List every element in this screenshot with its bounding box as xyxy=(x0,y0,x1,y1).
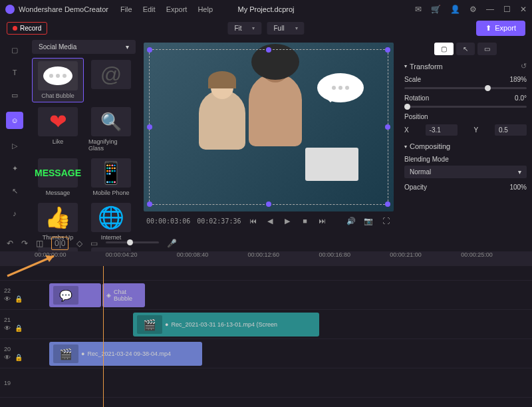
play-button[interactable]: ▶ xyxy=(282,217,293,225)
settings-icon[interactable]: ⚙ xyxy=(469,5,477,14)
timeline-ruler[interactable]: 00:00:00:0000:00:04:2000:00:08:4000:00:1… xyxy=(0,251,532,266)
library-item[interactable]: 🌐Internet xyxy=(86,201,136,243)
visibility-icon[interactable]: 👁 xyxy=(4,295,11,303)
preview-canvas[interactable] xyxy=(144,43,394,211)
volume-button[interactable]: 🔊 xyxy=(346,217,356,225)
cart-icon[interactable]: 🛒 xyxy=(431,5,441,14)
track-header[interactable]: 22👁🔒 xyxy=(0,281,35,309)
fullscreen-button[interactable]: ⛶ xyxy=(380,217,391,225)
menu-edit[interactable]: Edit xyxy=(143,5,156,13)
track-header[interactable]: 21👁🔒 xyxy=(0,310,35,339)
next-button[interactable]: ⏭ xyxy=(317,217,327,225)
total-time: 00:02:37:36 xyxy=(197,217,241,225)
snapshot-button[interactable]: 📷 xyxy=(363,217,374,225)
tab-more[interactable]: ▭ xyxy=(477,43,497,55)
visibility-icon[interactable]: 👁 xyxy=(4,354,11,361)
chat-bubble-overlay[interactable] xyxy=(317,73,364,102)
sidebar-transition-icon[interactable]: ▷ xyxy=(9,140,21,152)
sidebar-media-icon[interactable]: ▢ xyxy=(9,44,21,56)
export-button[interactable]: ⬆ Export xyxy=(476,21,525,36)
selection-box[interactable] xyxy=(149,49,388,205)
marker-button[interactable]: ◇ xyxy=(76,239,82,248)
library-category-dropdown[interactable]: Social Media▾ xyxy=(32,40,136,54)
lock-icon[interactable]: 🔒 xyxy=(15,354,23,361)
window-maximize[interactable]: ☐ xyxy=(503,5,511,14)
mail-icon[interactable]: ✉ xyxy=(415,5,422,14)
sidebar-text-icon[interactable]: T xyxy=(9,67,21,78)
current-time: 00:00:03:06 xyxy=(146,217,190,225)
window-minimize[interactable]: — xyxy=(486,5,494,14)
group-button[interactable]: ▭ xyxy=(90,239,98,248)
position-y-input[interactable]: 0.5 xyxy=(495,124,527,136)
sidebar-audio-icon[interactable]: ♪ xyxy=(9,207,21,219)
library-item[interactable]: Chat Bubble xyxy=(32,58,84,102)
tab-cursor[interactable]: ↖ xyxy=(456,43,475,55)
library-item[interactable]: MESSAGEMessage xyxy=(32,156,84,198)
mic-button[interactable]: 🎤 xyxy=(167,239,177,248)
rotation-slider[interactable] xyxy=(404,106,527,108)
full-dropdown[interactable]: Full xyxy=(267,22,304,35)
clip-recording-1[interactable]: 🎬● Rec_2021-03-31 16-13-01.mp4 (Screen xyxy=(133,313,319,337)
visibility-icon[interactable]: 👁 xyxy=(4,325,11,332)
sidebar-effects-icon[interactable]: ✦ xyxy=(9,162,21,174)
sidebar-sticker-icon[interactable]: ☺ xyxy=(6,112,23,129)
blending-mode-select[interactable]: Normal▾ xyxy=(404,166,527,178)
sidebar-caption-icon[interactable]: ▭ xyxy=(9,89,21,101)
split-button[interactable]: 0|0 xyxy=(51,237,68,250)
fit-dropdown[interactable]: Fit xyxy=(227,22,261,35)
crop-button[interactable]: ◫ xyxy=(36,239,43,248)
library-item[interactable]: @ xyxy=(86,58,136,102)
menu-file[interactable]: File xyxy=(120,5,132,13)
clip-chat-bubble[interactable]: ◈ Chat Bubble xyxy=(102,283,145,307)
lock-icon[interactable]: 🔒 xyxy=(15,325,23,332)
user-icon[interactable]: 👤 xyxy=(450,5,460,14)
undo-button[interactable]: ↶ xyxy=(7,239,13,248)
menu-export[interactable]: Export xyxy=(166,5,188,13)
menu-help[interactable]: Help xyxy=(198,5,213,13)
library-item[interactable]: 📱Mobile Phone xyxy=(86,156,136,198)
prev-button[interactable]: ⏮ xyxy=(247,217,258,225)
sidebar-cursor-icon[interactable]: ↖ xyxy=(9,185,21,197)
scale-value: 189% xyxy=(509,76,527,83)
step-back-button[interactable]: ◀ xyxy=(265,217,275,225)
project-filename: My Project.dcproj xyxy=(238,5,295,13)
clip-recording-2[interactable]: 🎬● Rec_2021-03-24 09-38-04.mp4 xyxy=(49,342,202,366)
compositing-section-header[interactable]: Compositing xyxy=(404,142,527,150)
rotation-value: 0.0° xyxy=(515,94,527,102)
library-item[interactable]: ❤Like xyxy=(32,105,84,154)
scale-slider[interactable] xyxy=(404,87,527,89)
record-button[interactable]: Record xyxy=(7,22,47,35)
lock-icon[interactable]: 🔒 xyxy=(15,295,23,303)
opacity-value: 100% xyxy=(509,184,527,191)
position-x-input[interactable]: -3.1 xyxy=(426,124,458,136)
clip-chat-bubble-sticker[interactable]: 💬 xyxy=(49,283,101,307)
transform-section-header[interactable]: Transform xyxy=(404,62,527,70)
tab-video[interactable]: ▢ xyxy=(434,43,454,55)
window-close[interactable]: ✕ xyxy=(520,5,527,14)
zoom-slider[interactable] xyxy=(106,241,159,243)
track-header[interactable]: 19 xyxy=(0,368,35,397)
app-name: Wondershare DemoCreator xyxy=(19,5,108,13)
playhead[interactable] xyxy=(103,266,104,407)
library-item[interactable]: 🔍Magnifying Glass xyxy=(86,105,136,154)
stop-button[interactable]: ■ xyxy=(299,217,310,225)
redo-button[interactable]: ↷ xyxy=(21,239,28,248)
track-header[interactable]: 20👁🔒 xyxy=(0,339,35,368)
app-logo xyxy=(5,5,15,14)
